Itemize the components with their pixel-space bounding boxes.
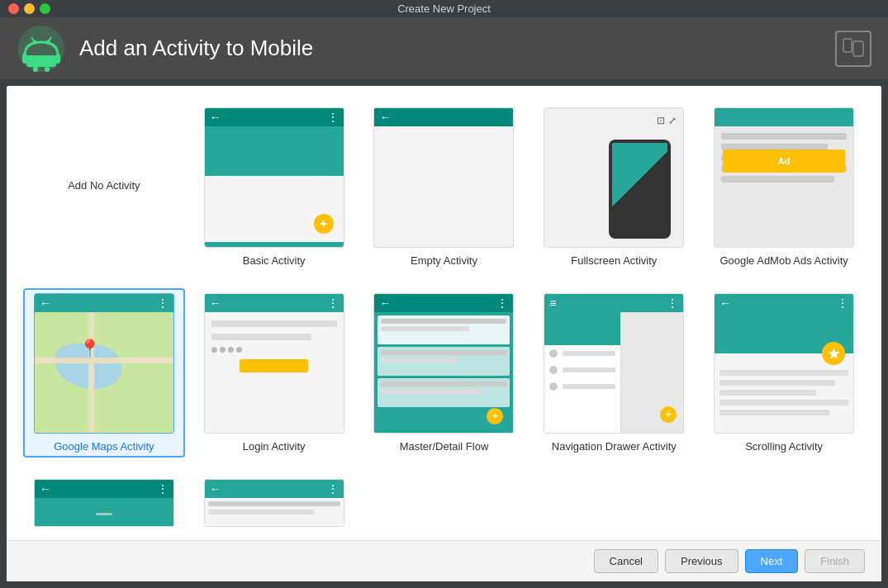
maps-activity-preview: ← ⋮ 📍 <box>34 293 174 434</box>
minimize-button[interactable] <box>24 3 35 14</box>
svg-rect-11 <box>853 41 863 56</box>
android-studio-logo <box>17 24 66 74</box>
footer: Cancel Previous Next Finish <box>7 540 881 581</box>
svg-rect-7 <box>55 54 60 64</box>
masterdetail-activity-label: Master/Detail Flow <box>400 440 489 453</box>
svg-rect-10 <box>843 39 852 52</box>
title-bar: Create New Project <box>0 0 888 17</box>
maps-activity-label: Google Maps Activity <box>54 440 154 453</box>
svg-rect-9 <box>45 67 50 72</box>
sc-menu-icon: ⋮ <box>837 296 848 310</box>
activity-card-partial-1[interactable]: ← ⋮ <box>23 474 185 532</box>
basic-activity-preview: ← ⋮ + <box>204 107 344 248</box>
maximize-button[interactable] <box>40 3 50 14</box>
page-title: Add an Activity to Mobile <box>79 36 313 61</box>
scrolling-activity-preview: ← ⋮ ★ <box>714 293 854 434</box>
svg-rect-6 <box>22 54 27 64</box>
svg-rect-5 <box>26 55 56 67</box>
finish-button: Finish <box>805 549 865 573</box>
activity-card-basic[interactable]: ← ⋮ + Basic Activity <box>193 102 355 272</box>
map-pin: 📍 <box>78 339 101 360</box>
login-activity-label: Login Activity <box>243 440 306 453</box>
activity-card-maps[interactable]: ← ⋮ 📍 Google Maps <box>23 288 185 458</box>
activity-card-navdrawer[interactable]: ≡ ⋮ <box>533 288 695 458</box>
cancel-button[interactable]: Cancel <box>594 549 658 573</box>
empty-activity-preview: ← <box>373 107 514 248</box>
main-content: Add No Activity ← ⋮ + Basic Activity <box>7 86 881 581</box>
activity-card-login[interactable]: ← ⋮ Logi <box>193 288 355 458</box>
login-back-icon: ← <box>210 296 221 310</box>
close-button[interactable] <box>8 3 19 14</box>
masterdetail-activity-preview: ← ⋮ <box>373 293 514 434</box>
activity-card-no-activity[interactable]: Add No Activity <box>23 102 185 268</box>
activity-card-admob[interactable]: Ad Google AdMob Ads Activity <box>703 102 865 272</box>
svg-rect-8 <box>33 67 38 72</box>
activity-card-partial-2[interactable]: ← ⋮ <box>193 474 355 532</box>
mobile-icon <box>842 37 865 60</box>
sc-back-icon: ← <box>719 296 731 310</box>
activity-card-fullscreen[interactable]: ⊡ ⤢ Fullscreen Activity <box>533 102 695 272</box>
header-left: Add an Activity to Mobile <box>17 24 313 74</box>
window-title: Create New Project <box>397 2 491 15</box>
admob-activity-label: Google AdMob Ads Activity <box>719 254 848 267</box>
back-arrow-icon: ← <box>210 111 221 124</box>
menu-dots-icon: ⋮ <box>327 111 339 124</box>
device-icon <box>835 31 871 67</box>
maps-menu-icon: ⋮ <box>157 296 169 310</box>
empty-activity-label: Empty Activity <box>411 254 477 267</box>
admob-activity-preview: Ad <box>714 107 854 248</box>
fullscreen-activity-label: Fullscreen Activity <box>571 254 657 267</box>
navdrawer-activity-preview: ≡ ⋮ <box>544 293 684 434</box>
maps-back-icon: ← <box>40 296 51 310</box>
basic-activity-label: Basic Activity <box>243 254 306 267</box>
activity-grid: Add No Activity ← ⋮ + Basic Activity <box>7 86 881 540</box>
scrolling-activity-label: Scrolling Activity <box>745 440 823 453</box>
activity-card-scrolling[interactable]: ← ⋮ ★ Scrolling Activity <box>703 288 865 458</box>
next-button[interactable]: Next <box>745 549 799 573</box>
nd-hamburger-icon: ≡ <box>549 296 556 310</box>
login-activity-preview: ← ⋮ <box>204 293 344 434</box>
md-menu-icon: ⋮ <box>496 296 508 310</box>
no-activity-label: Add No Activity <box>68 179 140 192</box>
navdrawer-activity-label: Navigation Drawer Activity <box>552 440 677 453</box>
nd-menu-icon: ⋮ <box>667 296 678 310</box>
window-controls <box>8 3 50 14</box>
previous-button[interactable]: Previous <box>665 549 738 573</box>
md-back-icon: ← <box>379 296 391 310</box>
back-icon: ← <box>379 111 391 124</box>
fullscreen-activity-preview: ⊡ ⤢ <box>544 107 684 248</box>
activity-card-empty[interactable]: ← Empty Activity <box>363 102 525 272</box>
page-header: Add an Activity to Mobile <box>0 17 888 79</box>
activity-card-masterdetail[interactable]: ← ⋮ <box>363 288 525 458</box>
login-menu-icon: ⋮ <box>327 296 339 310</box>
